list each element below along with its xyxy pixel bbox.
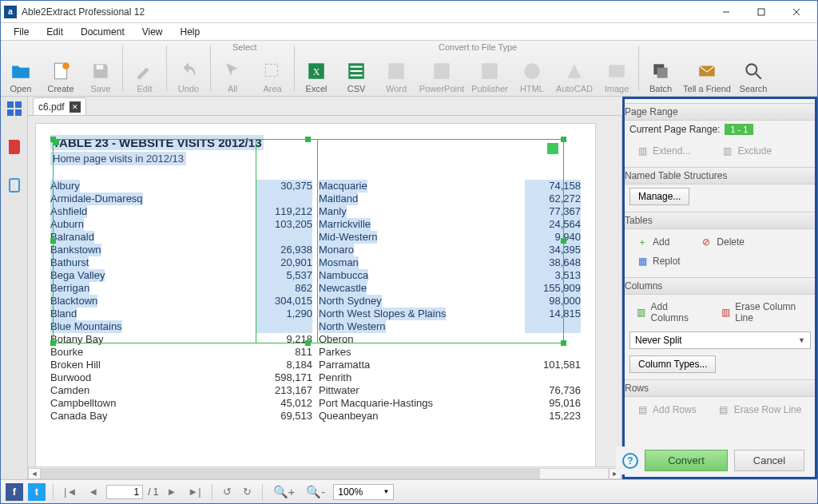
svg-rect-11 — [350, 66, 362, 68]
next-page-button[interactable]: ► — [163, 486, 180, 498]
mail-icon — [696, 60, 718, 82]
edit-button[interactable]: Edit — [125, 41, 165, 96]
row-name: Bega Valley — [50, 269, 105, 282]
save-button[interactable]: Save — [81, 41, 121, 96]
select-all-button[interactable]: All — [212, 41, 252, 96]
csv-button[interactable]: CSV — [336, 41, 376, 96]
batch-button[interactable]: Batch — [641, 41, 681, 96]
section-named-tables: Named Table Structures — [623, 167, 817, 185]
manage-button[interactable]: Manage... — [629, 188, 689, 205]
current-range-value: 1 - 1 — [725, 124, 753, 135]
table-row: Berrigan862 — [50, 282, 312, 295]
erase-column-button[interactable]: ▥Erase Column Line — [714, 298, 811, 327]
menu-edit[interactable]: Edit — [38, 25, 71, 39]
exclude-button[interactable]: ▥Exclude — [714, 141, 778, 161]
row-name: Albury — [50, 180, 80, 192]
row-name: Blacktown — [50, 295, 97, 308]
html-button[interactable]: HTML — [512, 41, 552, 96]
image-label: Image — [605, 84, 629, 93]
row-value — [525, 333, 581, 346]
row-value: 9,218 — [256, 333, 312, 346]
row-value: 98,000 — [525, 295, 581, 308]
prev-page-button[interactable]: ◄ — [85, 486, 101, 498]
scroll-left-icon[interactable]: ◄ — [28, 468, 41, 479]
table-row: Queanbeyan15,223 — [319, 410, 581, 423]
twitter-icon[interactable]: t — [28, 483, 46, 501]
close-icon[interactable]: ✕ — [69, 101, 81, 113]
bookmark-icon[interactable] — [9, 140, 20, 154]
rotate-ccw-button[interactable]: ↺ — [220, 486, 235, 498]
document-viewport[interactable]: TABLE 23 - WEBSITE VISITS 2012/13 Home p… — [28, 116, 622, 479]
row-name: Bathurst — [50, 256, 89, 269]
create-button[interactable]: Create — [41, 41, 81, 96]
menu-view[interactable]: View — [134, 25, 171, 39]
search-button[interactable]: Search — [733, 41, 773, 96]
table-row: Bland1,290 — [50, 308, 312, 320]
image-icon — [606, 60, 628, 82]
table-row: Albury30,375 — [50, 180, 312, 192]
convert-button[interactable]: Convert — [645, 450, 728, 471]
undo-button[interactable]: Undo — [169, 41, 208, 96]
facebook-icon[interactable]: f — [6, 483, 23, 501]
scrollbar-thumb[interactable] — [42, 469, 540, 478]
column-types-button[interactable]: Column Types... — [629, 355, 716, 373]
zoom-select[interactable]: 100% ▼ — [333, 484, 394, 500]
close-button[interactable] — [779, 1, 814, 23]
word-button[interactable]: Word — [376, 41, 416, 96]
word-label: Word — [386, 84, 407, 93]
powerpoint-button[interactable]: PowerPoint — [416, 41, 467, 96]
menu-file[interactable]: File — [6, 25, 37, 39]
attachment-icon[interactable] — [9, 178, 20, 192]
add-columns-button[interactable]: ▥Add Columns — [629, 298, 706, 327]
current-range-label: Current Page Range: — [629, 124, 720, 135]
tab-c6pdf[interactable]: c6.pdf ✕ — [33, 97, 86, 115]
split-mode-select[interactable]: Never Split ▼ — [629, 331, 811, 349]
zoom-in-button[interactable]: 🔍+ — [270, 485, 299, 499]
help-button[interactable]: ? — [622, 453, 638, 469]
first-page-button[interactable]: |◄ — [61, 486, 80, 498]
autocad-button[interactable]: AutoCAD — [552, 41, 597, 96]
menu-document[interactable]: Document — [73, 25, 133, 39]
select-area-button[interactable]: Area — [252, 41, 292, 96]
autocad-label: AutoCAD — [556, 84, 593, 93]
last-page-button[interactable]: ►| — [185, 486, 204, 498]
thumbnails-icon[interactable] — [7, 101, 22, 116]
horizontal-scrollbar[interactable]: ◄ ► — [28, 466, 621, 479]
app-icon: a — [4, 6, 17, 18]
extend-button[interactable]: ▥Extend... — [629, 141, 697, 161]
add-rows-button[interactable]: ▤Add Rows — [629, 400, 703, 419]
publisher-button[interactable]: Publisher — [467, 41, 512, 96]
edit-label: Edit — [137, 84, 153, 93]
excel-button[interactable]: X Excel — [296, 41, 336, 96]
maximize-button[interactable] — [744, 1, 779, 23]
menu-help[interactable]: Help — [173, 25, 208, 39]
open-button[interactable]: Open — [1, 41, 41, 96]
page-number-input[interactable] — [106, 485, 143, 499]
row-value: 24,564 — [525, 218, 581, 231]
add-table-button[interactable]: ＋Add — [629, 232, 676, 252]
rotate-cw-button[interactable]: ↻ — [240, 486, 255, 498]
image-button[interactable]: Image — [597, 41, 637, 96]
row-name: North Sydney — [319, 295, 382, 308]
cancel-button[interactable]: Cancel — [734, 450, 804, 471]
svg-point-17 — [524, 63, 540, 79]
folder-open-icon — [10, 60, 32, 82]
menu-bar: File Edit Document View Help — [1, 23, 817, 41]
tell-friend-button[interactable]: Tell a Friend — [681, 41, 733, 96]
open-label: Open — [10, 84, 32, 93]
table-row: Pittwater76,736 — [319, 384, 581, 397]
row-value: 862 — [256, 282, 312, 295]
replot-button[interactable]: ▦Replot — [629, 252, 687, 271]
delete-table-button[interactable]: ⊘Delete — [693, 232, 751, 252]
minimize-button[interactable] — [709, 1, 744, 23]
erase-row-button[interactable]: ▤Erase Row Line — [711, 400, 808, 419]
table-row: Macquarie74,158 — [319, 180, 581, 192]
table-row: Manly77,367 — [319, 205, 581, 218]
svg-text:X: X — [313, 66, 320, 77]
save-label: Save — [90, 84, 110, 93]
zoom-out-button[interactable]: 🔍- — [303, 485, 328, 499]
row-name: Bland — [50, 308, 77, 320]
row-value: 45,012 — [256, 397, 312, 410]
row-name: Canada Bay — [50, 410, 108, 423]
row-name: Port Macquarie-Hastings — [319, 397, 433, 410]
